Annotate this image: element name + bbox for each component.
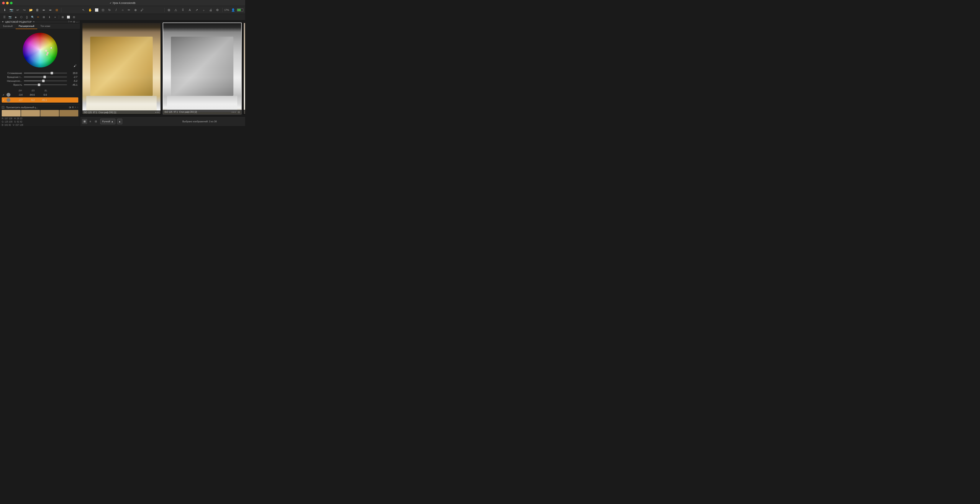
edit-icon[interactable]: ✏: [70, 21, 72, 23]
erase-btn[interactable]: ⬦: [200, 7, 207, 13]
image-dots-2: [232, 112, 235, 113]
panel-toggle[interactable]: ☰: [2, 14, 7, 20]
tab-advanced[interactable]: Расширенный: [16, 24, 37, 29]
view-filmstrip-btn[interactable]: ⊟: [93, 119, 99, 124]
back-button[interactable]: ⬅: [41, 7, 47, 13]
image-label-1: ISO 125 f/7.1 Стол раф.CR2 [1]: [82, 110, 161, 114]
check-2[interactable]: ✓: [3, 99, 6, 101]
color-table: ΔH ΔS ΔL ✓ -3.4 -94.6 0.0 ✓ -2.7 -5.2 -4…: [3, 89, 78, 103]
grid-icon[interactable]: ⊞: [72, 106, 74, 109]
grid-sec[interactable]: ⊞: [41, 14, 46, 20]
sort-dropdown[interactable]: Ручной ▲: [100, 119, 115, 124]
edit-sec[interactable]: ✏: [36, 14, 41, 20]
color-row-2[interactable]: ✓ -2.7 -5.2 -45.1: [2, 97, 78, 103]
saturation-track[interactable]: [24, 81, 67, 81]
preview-checkbox[interactable]: [2, 106, 4, 109]
image-cell-3[interactable]: — — Стол реф.png ☐ Prom: [243, 22, 245, 114]
wheel-dot-2[interactable]: [47, 52, 49, 54]
color-wheel[interactable]: [23, 33, 57, 67]
dot-c: [158, 112, 159, 113]
view-grid-btn[interactable]: ⊞: [82, 119, 87, 124]
dot-2: [6, 98, 10, 102]
camera-sec[interactable]: 📷: [7, 14, 13, 20]
menu-icon[interactable]: …: [76, 21, 78, 23]
remove-icon[interactable]: −: [77, 106, 78, 109]
download-button[interactable]: ⬇: [2, 7, 8, 13]
rotation-label: Вращение т...: [3, 76, 22, 78]
color-row-1[interactable]: ✓ -3.4 -94.6 0.0: [3, 92, 78, 97]
layers-sec[interactable]: ◈: [13, 14, 18, 20]
maximize-button[interactable]: [10, 2, 13, 4]
arrow-btn[interactable]: ↗: [194, 7, 200, 13]
select-tool[interactable]: ↖: [81, 7, 86, 13]
check-1[interactable]: ✓: [3, 94, 6, 96]
help-icon[interactable]: ?: [68, 21, 69, 23]
image-frame-2: [163, 22, 242, 114]
wheel-dark: [23, 33, 57, 67]
image-area: ISO 125 f/7.1 Стол раф.CR2 [1]: [80, 21, 245, 116]
rotation-track[interactable]: [24, 76, 67, 78]
sort-direction-btn[interactable]: ▲: [117, 119, 123, 124]
image-cell-1[interactable]: ISO 125 f/7.1 Стол раф.CR2 [1]: [82, 22, 161, 114]
wheel-dot-1[interactable]: [45, 50, 47, 52]
smoothing-track[interactable]: [24, 73, 67, 73]
redo-button[interactable]: ↪: [21, 7, 27, 13]
image-cell-2[interactable]: ISO 125 f/7.1 Стол раф.CR2 [2] ⊞: [163, 22, 242, 114]
brush-tool[interactable]: ✏: [126, 7, 132, 13]
line-tool[interactable]: /: [113, 7, 119, 13]
center-tools: ↖ ✋ ⬜ ⊡ ↻ / ○ ✏ ⊕ 🖊: [63, 7, 163, 13]
print-btn[interactable]: 🖨: [208, 7, 214, 13]
brightness-track[interactable]: [24, 84, 67, 85]
preview-colors: [2, 110, 78, 116]
tab-skin[interactable]: Тон кожи: [37, 24, 53, 29]
rotation-value: -2.7: [69, 76, 78, 78]
view-grid[interactable]: ⊞: [60, 14, 65, 20]
close-button[interactable]: [2, 2, 5, 4]
bottom-bar: ⊞ ≡ ⊟ Ручной ▲ ▲ Выбрано изображений: 3 …: [80, 116, 245, 126]
wheel-dot-3[interactable]: [46, 54, 48, 56]
forward-button[interactable]: ➡: [47, 7, 53, 13]
hand-tool[interactable]: ✋: [87, 7, 93, 13]
rotate-tool[interactable]: ↻: [107, 7, 113, 13]
mask-sec[interactable]: ⬡: [19, 14, 24, 20]
text-btn[interactable]: A: [187, 7, 193, 13]
ds-1: -94.6: [24, 94, 35, 96]
brush-icon[interactable]: 🖌: [73, 64, 76, 67]
separator-3: [222, 8, 223, 12]
add-icon[interactable]: +: [75, 106, 76, 109]
view-list-btn[interactable]: ≡: [88, 119, 93, 124]
bracket-sec[interactable]: {}: [24, 14, 30, 20]
brightness-label: Яркость: [3, 84, 22, 86]
more-sec[interactable]: »: [52, 14, 58, 20]
search-sec[interactable]: 🔍: [30, 14, 35, 20]
user-icon[interactable]: 👤: [230, 7, 236, 13]
view-compare[interactable]: ⊟: [72, 14, 76, 20]
r-value: R: 157 128: [2, 117, 12, 120]
image-dots-1: [155, 112, 159, 113]
import-button[interactable]: 📂: [28, 7, 34, 13]
grid-button[interactable]: ⊞: [54, 7, 60, 13]
settings-btn[interactable]: ⚙: [215, 7, 221, 13]
warning-btn[interactable]: ⚠: [173, 7, 179, 13]
smoothing-value: 20.0: [69, 72, 78, 75]
copy-icon[interactable]: ⊕: [73, 21, 75, 23]
crop-tool[interactable]: ⬜: [94, 7, 100, 13]
pen-tool[interactable]: 🖊: [139, 7, 145, 13]
dot-f: [235, 112, 235, 113]
minimize-button[interactable]: [6, 2, 9, 4]
transform-tool[interactable]: ⊡: [100, 7, 106, 13]
stamp-tool[interactable]: ⊕: [132, 7, 138, 13]
trash-button[interactable]: 🗑: [34, 7, 40, 13]
info-sec[interactable]: ℹ: [47, 14, 52, 20]
window-title: ✓ Урок 4.cosessiondb: [110, 2, 135, 5]
photo-1: [83, 23, 161, 114]
camera-button[interactable]: 📷: [8, 7, 14, 13]
view-single[interactable]: ⬜: [66, 14, 71, 20]
layout-btn[interactable]: ⊞: [166, 7, 172, 13]
grid-dots-btn[interactable]: ⠿: [180, 7, 186, 13]
undo-button[interactable]: ↩: [15, 7, 21, 13]
pie-icon[interactable]: ◑: [69, 106, 71, 109]
wheel-dot-white[interactable]: [50, 47, 52, 49]
ellipse-tool[interactable]: ○: [119, 7, 126, 13]
tab-basic[interactable]: Базовый: [0, 24, 16, 29]
